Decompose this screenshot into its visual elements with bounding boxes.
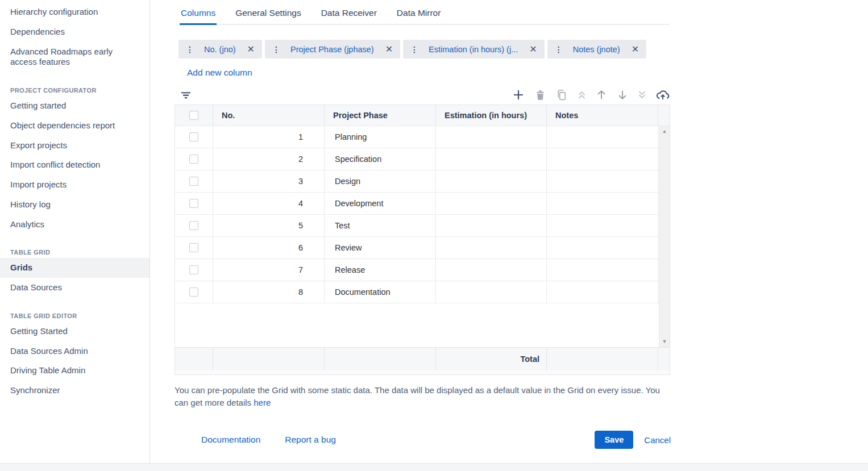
cell-estimation[interactable] <box>436 237 547 259</box>
sidebar-item-advanced-roadmaps[interactable]: Advanced Roadmaps early access features <box>0 42 149 73</box>
cell-estimation[interactable] <box>436 259 547 281</box>
drag-handle-icon[interactable]: ⋮ <box>272 45 280 53</box>
sidebar-item-driving-table-admin[interactable]: Driving Table Admin <box>0 361 149 381</box>
tab-general-settings[interactable]: General Settings <box>234 8 302 24</box>
sidebar-item-grids[interactable]: Grids <box>0 258 149 278</box>
sidebar-item-history-log[interactable]: History log <box>0 195 149 215</box>
cell-notes[interactable] <box>547 281 658 303</box>
move-to-bottom-icon[interactable] <box>637 89 647 101</box>
tab-data-receiver[interactable]: Data Receiver <box>320 8 378 24</box>
cell-no[interactable]: 3 <box>213 170 325 192</box>
cell-notes[interactable] <box>547 215 658 236</box>
row-checkbox[interactable] <box>189 287 198 297</box>
cell-no[interactable]: 2 <box>213 148 325 170</box>
column-chip-no[interactable]: ⋮ No. (jno) ✕ <box>178 40 262 59</box>
row-checkbox[interactable] <box>189 155 198 164</box>
vertical-scrollbar[interactable]: ▲ ▼ <box>659 126 670 347</box>
tab-data-mirror[interactable]: Data Mirror <box>396 8 442 24</box>
cell-no[interactable]: 5 <box>213 215 325 236</box>
cell-phase[interactable]: Specification <box>325 148 436 170</box>
remove-column-icon[interactable]: ✕ <box>385 45 393 54</box>
filter-icon[interactable] <box>180 89 192 101</box>
cancel-button[interactable]: Cancel <box>644 435 671 445</box>
upload-import-icon[interactable] <box>655 88 670 102</box>
sidebar-item-getting-started[interactable]: Getting started <box>0 96 149 116</box>
move-to-top-icon[interactable] <box>577 89 587 101</box>
cell-phase[interactable]: Release <box>325 259 436 281</box>
scroll-up-icon[interactable]: ▲ <box>662 129 667 134</box>
cell-no[interactable]: 4 <box>213 193 325 214</box>
row-checkbox[interactable] <box>189 199 198 208</box>
cell-estimation[interactable] <box>436 193 547 214</box>
footer-no-cell <box>213 348 325 370</box>
cell-no[interactable]: 1 <box>213 126 325 148</box>
row-checkbox-cell <box>175 281 213 303</box>
column-chips: ⋮ No. (jno) ✕ ⋮ Project Phase (jphase) ✕… <box>178 40 868 59</box>
cell-phase[interactable]: Test <box>325 215 436 236</box>
row-checkbox[interactable] <box>189 132 198 141</box>
sidebar-item-getting-started-editor[interactable]: Getting Started <box>0 322 149 341</box>
cell-estimation[interactable] <box>436 215 547 236</box>
table-row: 6 Review <box>175 236 670 259</box>
sidebar-item-object-dependencies-report[interactable]: Object dependencies report <box>0 116 149 136</box>
cell-estimation[interactable] <box>436 170 547 192</box>
sidebar-item-synchronizer[interactable]: Synchronizer <box>0 381 149 401</box>
cell-phase[interactable]: Planning <box>325 126 436 148</box>
row-checkbox[interactable] <box>189 243 198 252</box>
sidebar-item-hierarchy-configuration[interactable]: Hierarchy configuration <box>0 2 149 22</box>
sidebar-item-data-sources[interactable]: Data Sources <box>0 278 149 298</box>
cell-no[interactable]: 7 <box>213 259 325 281</box>
select-all-checkbox[interactable] <box>189 111 198 120</box>
copy-row-icon[interactable] <box>555 89 568 102</box>
documentation-link[interactable]: Documentation <box>201 435 260 445</box>
sidebar-item-dependencies[interactable]: Dependencies <box>0 22 149 42</box>
column-chip-estimation[interactable]: ⋮ Estimation (in hours) (j... ✕ <box>403 40 545 59</box>
save-button[interactable]: Save <box>595 431 633 449</box>
cell-notes[interactable] <box>547 193 658 214</box>
drag-handle-icon[interactable]: ⋮ <box>186 45 194 53</box>
cell-notes[interactable] <box>547 126 658 148</box>
row-checkbox[interactable] <box>189 265 198 274</box>
empty-grid-area <box>175 303 670 347</box>
cell-phase[interactable]: Documentation <box>325 281 436 303</box>
move-up-icon[interactable] <box>595 89 608 101</box>
sidebar-item-import-conflict-detection[interactable]: Import conflict detection <box>0 155 149 175</box>
report-a-bug-link[interactable]: Report a bug <box>285 435 336 445</box>
cell-no[interactable]: 6 <box>213 237 325 259</box>
row-checkbox[interactable] <box>189 221 198 230</box>
remove-column-icon[interactable]: ✕ <box>529 45 537 54</box>
cell-phase[interactable]: Development <box>325 193 436 214</box>
scroll-down-icon[interactable]: ▼ <box>662 339 667 344</box>
sidebar-item-analytics[interactable]: Analytics <box>0 215 149 235</box>
column-chip-project-phase[interactable]: ⋮ Project Phase (jphase) ✕ <box>265 40 400 59</box>
tab-columns[interactable]: Columns <box>180 8 217 25</box>
cell-estimation[interactable] <box>436 126 547 148</box>
add-new-column-link[interactable]: Add new column <box>187 68 252 78</box>
sidebar-item-import-projects[interactable]: Import projects <box>0 175 149 195</box>
remove-column-icon[interactable]: ✕ <box>632 45 639 54</box>
footer-scroll-cell <box>658 348 668 370</box>
add-row-icon[interactable] <box>512 88 525 102</box>
cell-notes[interactable] <box>547 148 658 170</box>
cell-phase[interactable]: Review <box>325 237 436 259</box>
drag-handle-icon[interactable]: ⋮ <box>410 45 418 53</box>
row-checkbox[interactable] <box>189 177 198 186</box>
cell-notes[interactable] <box>547 259 658 281</box>
sidebar-item-data-sources-admin[interactable]: Data Sources Admin <box>0 341 149 361</box>
table-footer-row: Total <box>175 347 670 370</box>
tab-bar: Columns General Settings Data Receiver D… <box>180 0 670 25</box>
select-all-checkbox-cell <box>175 105 213 126</box>
cell-estimation[interactable] <box>436 281 547 303</box>
cell-no[interactable]: 8 <box>213 281 325 303</box>
delete-row-icon[interactable] <box>534 89 547 102</box>
help-here-link[interactable]: here <box>254 398 271 407</box>
cell-estimation[interactable] <box>436 148 547 170</box>
column-chip-notes[interactable]: ⋮ Notes (jnote) ✕ <box>547 40 646 59</box>
sidebar-item-export-projects[interactable]: Export projects <box>0 136 149 156</box>
drag-handle-icon[interactable]: ⋮ <box>555 45 563 53</box>
cell-notes[interactable] <box>547 237 658 259</box>
remove-column-icon[interactable]: ✕ <box>247 45 255 54</box>
cell-notes[interactable] <box>547 170 658 192</box>
move-down-icon[interactable] <box>616 89 629 101</box>
cell-phase[interactable]: Design <box>325 170 436 192</box>
